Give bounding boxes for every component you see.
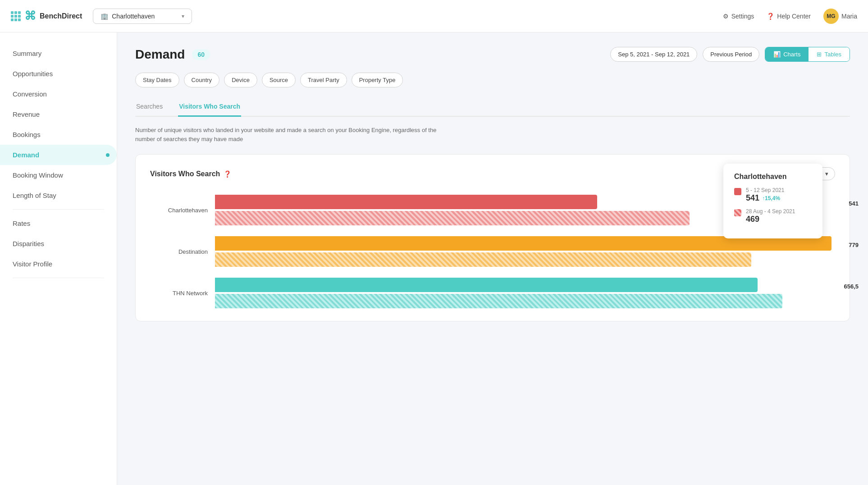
tab-searches[interactable]: Searches: [135, 98, 164, 117]
settings-link[interactable]: ⚙ Settings: [723, 13, 754, 20]
bar-solid: [215, 278, 758, 292]
sidebar-item-opportunities[interactable]: Opportunities: [0, 64, 117, 84]
sidebar-item-demand[interactable]: Demand: [0, 145, 117, 165]
sidebar-divider-2: [13, 209, 104, 210]
chevron-down-icon: ▾: [182, 13, 184, 19]
top-navigation: ⌘ BenchDirect 🏢 Charlottehaven ▾ ⚙ Setti…: [0, 0, 868, 32]
tables-icon: ⊞: [817, 51, 822, 58]
filter-stay-dates[interactable]: Stay Dates: [135, 73, 179, 87]
help-icon: ❓: [767, 13, 774, 20]
tooltip-prev-row: 28 Aug - 4 Sep 2021 469: [734, 208, 812, 224]
date-range-button[interactable]: Sep 5, 2021 - Sep 12, 2021: [610, 47, 697, 62]
settings-icon: ⚙: [723, 13, 729, 20]
help-center-link[interactable]: ❓ Help Center: [767, 13, 811, 20]
tooltip-prev-date: 28 Aug - 4 Sep 2021: [746, 208, 795, 215]
tooltip-current-row: 5 - 12 Sep 2021 541 ↑15,4%: [734, 187, 812, 203]
filters-bar: Stay DatesCountryDeviceSourceTravel Part…: [135, 73, 850, 87]
filter-device[interactable]: Device: [224, 73, 257, 87]
filter-property-type[interactable]: Property Type: [352, 73, 403, 87]
tooltip-current-date: 5 - 12 Sep 2021: [746, 187, 784, 193]
page-layout: SummaryOpportunitiesConversionRevenueBoo…: [0, 0, 868, 485]
sidebar-item-revenue[interactable]: Revenue: [0, 104, 117, 124]
charts-label: Charts: [783, 51, 800, 58]
tooltip-prev-value: 469: [746, 215, 795, 224]
topnav-right: ⚙ Settings ❓ Help Center MG Maria: [723, 9, 857, 24]
sidebar-item-visitor-profile[interactable]: Visitor Profile: [0, 254, 117, 274]
bar-row: THN Network656,5: [154, 278, 831, 308]
charts-view-button[interactable]: 📊 Charts: [765, 47, 809, 61]
chart-title: Visitors Who Search: [150, 170, 220, 178]
sidebar: SummaryOpportunitiesConversionRevenueBoo…: [0, 32, 117, 485]
sidebar-item-disparities[interactable]: Disparities: [0, 233, 117, 254]
previous-period-button[interactable]: Previous Period: [703, 47, 759, 62]
chart-description: Number of unique visitors who landed in …: [135, 126, 451, 143]
charts-icon: 📊: [773, 51, 781, 58]
help-label: Help Center: [777, 13, 811, 20]
bar-value: 541: [849, 200, 859, 207]
sidebar-item-summary[interactable]: Summary: [0, 43, 117, 64]
view-toggle: 📊 Charts ⊞ Tables: [765, 47, 850, 62]
tooltip-prev-info: 28 Aug - 4 Sep 2021 469: [746, 208, 795, 224]
user-name: Maria: [841, 13, 857, 20]
sidebar-divider-1: [13, 278, 104, 278]
tooltip-current-info: 5 - 12 Sep 2021 541 ↑15,4%: [746, 187, 784, 203]
filter-country[interactable]: Country: [184, 73, 220, 87]
bar-label: Destination: [154, 248, 208, 255]
bar-hatched: [215, 294, 782, 308]
demand-badge: 60: [192, 49, 210, 60]
logo-h-icon: ⌘: [24, 9, 36, 23]
user-menu[interactable]: MG Maria: [823, 9, 857, 24]
sidebar-item-bookings[interactable]: Bookings: [0, 124, 117, 145]
chart-tabs: SearchesVisitors Who Search: [135, 98, 850, 117]
tooltip-current-value: 541 ↑15,4%: [746, 193, 784, 203]
logo-grid-icon: [11, 11, 21, 21]
bar-label: THN Network: [154, 290, 208, 297]
main-content: Demand 60 Sep 5, 2021 - Sep 12, 2021 Pre…: [117, 32, 868, 485]
page-title: Demand: [135, 47, 185, 62]
tables-view-button[interactable]: ⊞ Tables: [809, 47, 850, 61]
logo: ⌘ BenchDirect: [11, 9, 82, 23]
sidebar-item-length-of-stay[interactable]: Length of Stay: [0, 185, 117, 206]
chart-help-icon[interactable]: ❓: [224, 170, 231, 178]
tooltip-current-swatch: [734, 188, 741, 195]
filter-source[interactable]: Source: [262, 73, 296, 87]
tab-visitors[interactable]: Visitors Who Search: [178, 98, 241, 117]
bar-value: 779: [849, 242, 859, 248]
property-selector[interactable]: 🏢 Charlottehaven ▾: [93, 9, 192, 24]
property-icon: 🏢: [101, 13, 108, 20]
avatar: MG: [823, 9, 839, 24]
chart-card: Visitors Who Search ❓ ⬇ Download ▾ Charl…: [135, 154, 850, 321]
page-header: Demand 60 Sep 5, 2021 - Sep 12, 2021 Pre…: [135, 47, 850, 62]
bar-container: 656,5: [215, 278, 831, 308]
download-chevron-icon: ▾: [825, 170, 828, 177]
sidebar-item-rates[interactable]: Rates: [0, 213, 117, 233]
bar-container: 779: [215, 236, 831, 267]
property-name: Charlottehaven: [112, 13, 178, 20]
settings-label: Settings: [731, 13, 754, 20]
header-controls: Sep 5, 2021 - Sep 12, 2021 Previous Peri…: [610, 47, 850, 62]
tooltip-card: Charlottehaven 5 - 12 Sep 2021 541 ↑15,4…: [723, 164, 822, 238]
bar-value: 656,5: [844, 283, 859, 290]
tables-label: Tables: [824, 51, 841, 58]
bar-row: Destination779: [154, 236, 831, 267]
sidebar-item-conversion[interactable]: Conversion: [0, 84, 117, 104]
bar-hatched: [215, 252, 751, 267]
app-name: BenchDirect: [40, 12, 82, 20]
bar-solid: [215, 195, 597, 209]
tooltip-change: ↑15,4%: [762, 195, 780, 201]
bar-hatched: [215, 211, 690, 225]
filter-travel-party[interactable]: Travel Party: [300, 73, 347, 87]
tooltip-title: Charlottehaven: [734, 173, 812, 181]
tooltip-prev-swatch: [734, 209, 741, 216]
sidebar-item-booking-window[interactable]: Booking Window: [0, 165, 117, 185]
bar-label: Charlottehaven: [154, 207, 208, 214]
